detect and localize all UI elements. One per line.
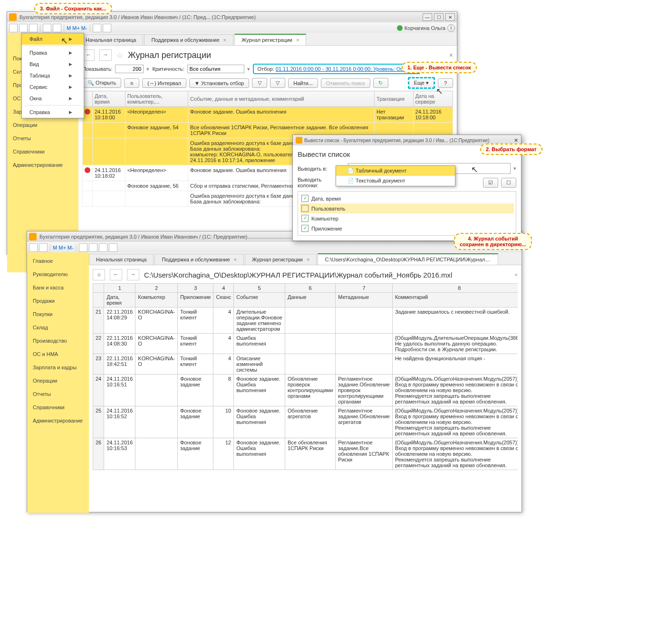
tab-journal-2[interactable]: Журнал регистрации× (245, 254, 317, 265)
mxl-header[interactable]: Дата, время (104, 293, 135, 308)
close-icon[interactable]: × (296, 37, 299, 43)
tb-back-icon[interactable] (79, 243, 87, 252)
tb-prev-icon[interactable] (29, 24, 38, 32)
tb-calc-icon[interactable] (99, 243, 107, 252)
tb-m[interactable]: M M+ M- (67, 25, 87, 31)
checkall-button[interactable]: ☑ (483, 178, 498, 188)
page-close-icon[interactable]: × (515, 272, 518, 278)
find-button[interactable]: Найти... (288, 78, 318, 88)
setfilter-button[interactable]: ▼ Установить отбор (189, 78, 249, 88)
grid-header[interactable]: Пользователь, компьютер,... (125, 91, 188, 107)
sidebar-item[interactable]: Склад (27, 321, 89, 334)
tb-m[interactable]: M M+ M- (53, 245, 74, 250)
mxl-row[interactable]: 2322.11.2016 18:42:51KORCHAGINA-OТонкий … (93, 354, 518, 375)
tab-journal[interactable]: Журнал регистрации× (234, 34, 306, 45)
sidebar-item[interactable]: Зарплата и кадры (27, 361, 89, 374)
mxl-header[interactable]: Метаданные (336, 293, 393, 308)
sidebar-item[interactable]: Продажи (27, 294, 89, 308)
filter2-button[interactable]: ▽ (270, 78, 285, 88)
tb-fwd-icon[interactable] (103, 24, 111, 32)
menu-table[interactable]: Таблица▶ (22, 70, 84, 81)
menu-file[interactable]: Файл▶ (22, 33, 84, 45)
refresh-button[interactable]: ↻ (373, 78, 388, 88)
tab-start[interactable]: Начальная страница (78, 34, 143, 45)
info-icon[interactable]: i (447, 24, 455, 32)
checkbox[interactable] (301, 215, 309, 222)
interval-button[interactable]: (↔) Интервал (142, 78, 186, 88)
tb-print-icon[interactable] (39, 243, 48, 252)
open-button[interactable]: 🔍 Открыть (82, 78, 121, 88)
fwd-button[interactable]: → (99, 49, 112, 61)
grid-row[interactable]: 24.11.2016 10:18:00<Неопределен>Фоновое … (83, 107, 453, 123)
grid-header[interactable]: Событие, данные и метаданные, комментари… (188, 91, 375, 107)
grid-header[interactable]: Дата на сервере (413, 91, 453, 107)
grid-header[interactable]: Дата, время (93, 91, 125, 107)
mxl-header[interactable]: Приложение (177, 293, 213, 308)
tb-print-icon[interactable] (19, 24, 28, 32)
mxl-row[interactable]: 2524.11.2016 10:16:52Фоновое задание10Фо… (93, 406, 518, 438)
tb-save-icon[interactable] (9, 24, 18, 32)
filter-link[interactable]: 01.11.2016 0:00:00 - 30.11.2016 0:00:00;… (276, 66, 416, 72)
mxl-header[interactable]: Комментарий (392, 293, 518, 308)
checkbox[interactable] (301, 205, 309, 212)
tb-paste-icon[interactable] (53, 24, 61, 32)
more-button[interactable]: Еще ▾ (408, 77, 435, 89)
check-row[interactable]: Пользователь (300, 203, 514, 213)
sidebar-item[interactable]: Справочники (7, 145, 78, 158)
menu-view[interactable]: Вид▶ (22, 58, 84, 70)
sidebar-item[interactable]: Администрирование (7, 158, 78, 172)
sidebar-item[interactable]: Отчеты (7, 132, 78, 145)
tab-support[interactable]: Поддержка и обслуживание× (144, 34, 233, 45)
filter1-button[interactable]: ▽ (252, 78, 267, 88)
home-button[interactable]: ⌂ (93, 269, 105, 280)
sidebar-item[interactable]: Главное (27, 254, 89, 268)
check-row[interactable]: Дата, время (300, 193, 514, 203)
close-button[interactable]: ✕ (445, 13, 455, 21)
mxl-row[interactable]: 2122.11.2016 14:08:29KORCHAGINA-OТонкий … (93, 308, 518, 334)
menu-windows[interactable]: Окна▶ (22, 93, 84, 104)
mxl-row[interactable]: 2624.11.2016 10:16:53Фоновое задание12Фо… (93, 438, 518, 470)
mxl-header[interactable]: Сеанс (213, 293, 234, 308)
uncheckall-button[interactable]: ☐ (501, 178, 516, 188)
star-icon[interactable]: ☆ (116, 51, 123, 60)
menu-help[interactable]: Справка▶ (22, 106, 84, 118)
tb-x-icon[interactable] (109, 243, 117, 252)
tab-start-2[interactable]: Начальная страница (89, 254, 154, 265)
dropdown-icon[interactable]: ▾ (513, 165, 516, 172)
sidebar-item[interactable]: Отчеты (27, 387, 89, 401)
mxl-row[interactable]: 2424.11.2016 10:16:51Фоновое задание8Фон… (93, 375, 518, 406)
dd-tabular[interactable]: 📄 Табличный документ (336, 166, 455, 176)
sidebar-item[interactable]: Операции (27, 374, 89, 387)
page-close-icon[interactable]: × (449, 51, 453, 59)
back-button-2[interactable]: ← (110, 269, 122, 280)
mxl-header[interactable]: Компьютер (135, 293, 178, 308)
maximize-button[interactable]: ☐ (434, 13, 444, 21)
mxl-header[interactable]: Данные (285, 293, 335, 308)
dialog-close-icon[interactable]: ✕ (514, 137, 518, 144)
sidebar-item[interactable]: Справочники (27, 401, 89, 414)
tab-support-2[interactable]: Поддержка и обслуживание× (154, 254, 244, 265)
tb-copy-icon[interactable] (43, 24, 51, 32)
sidebar-item[interactable]: Операции (7, 118, 78, 132)
sidebar-item[interactable]: Производство (27, 334, 89, 347)
sidebar-item[interactable]: Руководителю (27, 268, 89, 281)
tb-save-icon[interactable] (29, 243, 38, 252)
sidebar-item[interactable]: Администрирование (27, 414, 89, 427)
minimize-button[interactable]: — (423, 13, 432, 21)
sidebar-item[interactable]: Покупки (27, 308, 89, 321)
crit-select[interactable] (187, 65, 244, 73)
user-indicator[interactable]: Корчагина Ольга i (397, 24, 455, 32)
list-button[interactable]: ≡ (124, 78, 139, 88)
checkbox[interactable] (301, 195, 309, 202)
close-icon[interactable]: × (223, 37, 226, 43)
menu-service[interactable]: Сервис▶ (22, 81, 84, 93)
sidebar-item[interactable]: Банк и касса (27, 281, 89, 294)
dd-text[interactable]: 📄 Текстовый документ (336, 176, 455, 186)
tb-fwd-icon[interactable] (89, 243, 97, 252)
check-row[interactable]: Приложение (300, 223, 514, 233)
menu-edit[interactable]: Правка▶ (22, 47, 84, 58)
tab-file[interactable]: C:\Users\Korchagina_O\Desktop\ЖУРНАЛ РЕГ… (318, 253, 498, 265)
mxl-row[interactable]: 2222.11.2016 14:08:30KORCHAGINA-OТонкий … (93, 334, 518, 354)
checkbox[interactable] (301, 225, 309, 232)
fwd-button-2[interactable]: → (127, 269, 139, 280)
